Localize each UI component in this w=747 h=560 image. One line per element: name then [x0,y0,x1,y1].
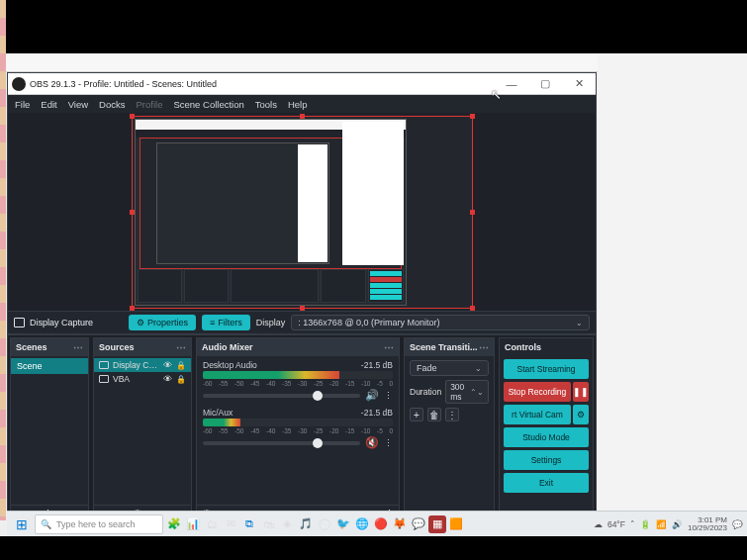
add-transition-button[interactable]: + [410,408,423,421]
panel-menu-icon[interactable]: ⋯ [479,342,489,353]
taskbar-clock[interactable]: 3:01 PM 10/29/2023 [688,516,727,532]
channel-db: -21.5 dB [361,360,393,370]
menu-file[interactable]: File [15,99,30,110]
taskbar-app-icon[interactable]: ▦ [428,515,446,533]
duration-label: Duration [410,387,441,397]
taskbar-app-icon[interactable]: 🦊 [391,515,409,533]
scenes-panel: Scenes⋯ Scene + 🗑 ⋮ ∧ ∨ [10,337,89,523]
visibility-icon[interactable]: 👁 [163,360,172,370]
taskbar-app-icon[interactable]: ⧉ [240,515,258,533]
menu-tools[interactable]: Tools [255,99,277,110]
start-button[interactable]: ⊞ [11,513,33,535]
audio-channel: Mic/Aux-21.5 dB -60-55-50-45-40-35-30-25… [197,406,399,453]
display-value: : 1366x768 @ 0,0 (Primary Monitor) [298,318,439,327]
source-item[interactable]: Display Captu 👁 🔒 [94,358,191,372]
tray-icon[interactable]: 📶 [656,519,667,529]
obs-titlebar: OBS 29.1.3 - Profile: Untitled - Scenes:… [8,73,596,95]
volume-slider[interactable] [203,394,360,398]
remove-transition-button[interactable]: 🗑 [427,408,441,421]
visibility-icon[interactable]: 👁 [163,374,172,384]
channel-name: Desktop Audio [203,360,257,370]
settings-button[interactable]: Settings [504,450,589,470]
tray-icon[interactable]: 🔋 [640,519,651,529]
lock-icon[interactable]: 🔒 [176,375,186,384]
studio-mode-button[interactable]: Studio Mode [504,427,589,447]
max-icon[interactable]: ▢ [528,77,562,90]
menu-view[interactable]: View [68,99,88,110]
dock-panels: Scenes⋯ Scene + 🗑 ⋮ ∧ ∨ Sources⋯ [8,334,596,525]
taskbar-app-icon[interactable]: 🎵 [297,515,315,533]
taskbar-app-icon[interactable]: 🌐 [353,515,371,533]
scene-item[interactable]: Scene [11,358,88,374]
taskbar-app-icon[interactable]: 🧩 [165,515,183,533]
chevron-down-icon: ⌄ [576,319,583,327]
lock-icon[interactable]: 🔒 [176,361,186,370]
transition-select[interactable]: Fade⌄ [410,360,489,376]
menu-docks[interactable]: Docks [99,99,125,110]
obs-logo-icon [12,77,26,91]
taskbar-app-icon[interactable]: 🛍 [259,515,277,533]
speaker-icon[interactable]: 🔊 [365,389,379,402]
taskbar-app-icon[interactable]: 🔴 [372,515,390,533]
selected-source: Display Capture [14,318,93,327]
channel-settings-icon[interactable]: ⋮ [384,391,393,401]
search-icon: 🔍 [41,519,51,529]
window-capture-icon [99,375,109,383]
duration-input[interactable]: 300 ms⌃⌄ [445,380,489,404]
taskbar-app-icon[interactable]: 🗂 [203,515,221,533]
transition-props-icon[interactable]: ⋮ [445,408,459,421]
menu-help[interactable]: Help [288,99,308,110]
pause-recording-button[interactable]: ❚❚ [573,382,589,402]
tray-chevron-icon[interactable]: ˄ [630,519,635,529]
display-capture-icon [99,361,109,369]
sources-title: Sources [99,342,135,352]
start-streaming-button[interactable]: Start Streaming [504,359,589,379]
exit-button[interactable]: Exit [504,473,589,493]
source-item[interactable]: VBA 👁 🔒 [94,372,191,386]
properties-button[interactable]: ⚙ Properties [129,315,196,330]
panel-menu-icon[interactable]: ⋯ [176,342,186,353]
close-icon[interactable]: ✕ [562,77,596,90]
scenes-title: Scenes [16,342,47,352]
obs-menubar: File Edit View Docks Profile Scene Colle… [8,95,596,113]
tray-volume-icon[interactable]: 🔊 [672,519,683,529]
preview-area[interactable] [8,113,596,311]
virtual-cam-button[interactable]: rt Virtual Cam [504,405,571,424]
virtual-cam-settings-button[interactable]: ⚙ [573,405,589,424]
menu-edit[interactable]: Edit [41,99,56,110]
weather-temp[interactable]: 64°F [607,519,625,529]
audio-meter [203,371,393,379]
taskbar-app-icon[interactable]: ◯ [316,515,333,533]
stop-recording-button[interactable]: Stop Recording [504,382,571,402]
menu-scene-collection[interactable]: Scene Collection [173,99,243,110]
mouse-cursor-icon: ↖ [491,87,502,102]
channel-settings-icon[interactable]: ⋮ [384,438,393,448]
taskbar-app-icon[interactable]: 🐦 [334,515,352,533]
filters-button[interactable]: ≡ Filters [202,315,250,330]
taskbar-app-icon[interactable]: 💬 [410,515,427,533]
panel-menu-icon[interactable]: ⋯ [73,342,83,353]
weather-icon[interactable]: ☁ [594,519,603,529]
preview-source-box[interactable] [132,116,473,309]
audio-meter [203,419,393,426]
display-label: Display [256,318,286,327]
taskbar-app-icon[interactable]: ✉ [222,515,239,533]
audio-channel: Desktop Audio-21.5 dB -60-55-50-45-40-35… [197,358,399,406]
taskbar-app-icon[interactable]: 📊 [184,515,202,533]
controls-panel: Controls Start Streaming Stop Recording … [499,337,594,523]
display-select[interactable]: : 1366x768 @ 0,0 (Primary Monitor) ⌄ [291,315,590,330]
channel-db: -21.5 dB [361,408,393,418]
taskbar-app-icon[interactable]: ◈ [278,515,296,533]
gear-icon: ⚙ [137,318,144,327]
source-toolbar: Display Capture ⚙ Properties ≡ Filters D… [8,311,596,334]
panel-menu-icon[interactable]: ⋯ [384,342,394,353]
menu-profile[interactable]: Profile [137,99,163,110]
selected-source-label: Display Capture [30,318,93,327]
volume-slider[interactable] [203,441,360,445]
search-placeholder: Type here to search [56,519,136,529]
notifications-icon[interactable]: 💬 [732,519,743,529]
taskbar-search[interactable]: 🔍 Type here to search [35,514,163,534]
transitions-title: Scene Transiti... [410,342,478,352]
speaker-muted-icon[interactable]: 🔇 [365,436,379,449]
taskbar-app-icon[interactable]: 🟧 [447,515,465,533]
